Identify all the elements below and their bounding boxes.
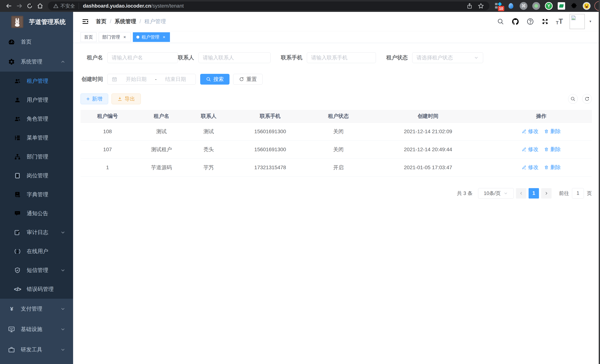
share-icon[interactable] bbox=[466, 3, 473, 9]
table-body: 108测试测试15601691300关闭2021-12-14 21:02:09修… bbox=[81, 122, 592, 177]
extension-command-icon[interactable]: ⌘ bbox=[519, 2, 528, 10]
tag-home[interactable]: 首页 bbox=[81, 32, 96, 42]
page-content: 租户名 联系人 联系手机 租户状态 请选择租户状态 bbox=[73, 43, 600, 364]
font-size-icon[interactable]: TT bbox=[556, 18, 563, 25]
help-icon[interactable] bbox=[526, 18, 534, 26]
sidebar-menu: 首页系统管理租户管理用户管理角色管理菜单管理部门管理岗位管理字典管理通知公告审计… bbox=[0, 32, 73, 360]
breadcrumb-home[interactable]: 首页 bbox=[96, 18, 106, 25]
users-icon bbox=[14, 77, 21, 85]
reset-button[interactable]: 重置 bbox=[233, 74, 262, 84]
online-icon bbox=[14, 248, 21, 255]
sidebar-item-7[interactable]: 岗位管理 bbox=[0, 166, 73, 185]
sidebar-item-8[interactable]: 字典管理 bbox=[0, 185, 73, 204]
tenant-name-input-wrap bbox=[107, 52, 178, 63]
sidebar-item-11[interactable]: 在线用户 bbox=[0, 242, 73, 261]
sidebar-item-label: 用户管理 bbox=[27, 96, 48, 104]
app-logo-row[interactable]: 芋道管理系统 bbox=[0, 12, 73, 32]
browser-back-button[interactable] bbox=[4, 1, 14, 11]
delete-link[interactable]: 删除 bbox=[544, 164, 561, 171]
show-search-toggle-button[interactable] bbox=[568, 94, 578, 104]
sidebar-item-1[interactable]: 系统管理 bbox=[0, 52, 73, 72]
users-icon bbox=[14, 115, 21, 123]
refresh-table-button[interactable] bbox=[582, 94, 592, 104]
avatar-caret-icon[interactable]: ▼ bbox=[589, 20, 592, 23]
start-date-placeholder: 开始日期 bbox=[120, 76, 152, 83]
header-search-icon[interactable] bbox=[497, 18, 505, 26]
next-page-button[interactable] bbox=[541, 188, 552, 198]
extension-tabs-icon[interactable]: 10 bbox=[494, 2, 502, 10]
sidebar-item-label: 审计日志 bbox=[27, 229, 48, 236]
goto-page-input[interactable] bbox=[572, 188, 584, 198]
page-size-select[interactable]: 10条/页 bbox=[478, 188, 514, 198]
sidebar-item-label: 部门管理 bbox=[27, 153, 48, 160]
search-button[interactable]: 搜索 bbox=[200, 74, 229, 84]
page-number-button[interactable]: 1 bbox=[529, 188, 539, 198]
add-button[interactable]: + 新增 bbox=[81, 93, 108, 104]
mobile-input[interactable] bbox=[311, 55, 372, 61]
sidebar-item-5[interactable]: 菜单管理 bbox=[0, 128, 73, 147]
chevron-up-icon bbox=[60, 59, 66, 65]
date-range-picker[interactable]: 开始日期 - 结束日期 bbox=[107, 74, 196, 84]
sidebar-item-label: 通知公告 bbox=[27, 210, 48, 217]
sidebar-item-0[interactable]: 首页 bbox=[0, 32, 73, 52]
sidebar-item-12[interactable]: 短信管理 bbox=[0, 261, 73, 280]
tag-close-icon[interactable]: × bbox=[162, 35, 166, 39]
sidebar-item-16[interactable]: 研发工具 bbox=[0, 339, 73, 360]
contact-input[interactable] bbox=[203, 55, 266, 61]
bookmark-star-icon[interactable] bbox=[478, 3, 484, 9]
delete-link[interactable]: 删除 bbox=[544, 146, 561, 153]
sidebar-item-4[interactable]: 角色管理 bbox=[0, 110, 73, 128]
app-logo bbox=[11, 16, 23, 28]
dashboard-icon bbox=[8, 38, 15, 46]
security-indicator[interactable]: 不安全 bbox=[53, 3, 79, 9]
trash-icon bbox=[544, 165, 549, 170]
sidebar-item-6[interactable]: 部门管理 bbox=[0, 147, 73, 166]
delete-link[interactable]: 删除 bbox=[544, 128, 561, 135]
breadcrumb-section[interactable]: 系统管理 bbox=[115, 18, 136, 25]
sidebar: 芋道管理系统 首页系统管理租户管理用户管理角色管理菜单管理部门管理岗位管理字典管… bbox=[0, 12, 73, 364]
browser-home-button[interactable] bbox=[35, 1, 45, 11]
sidebar-item-10[interactable]: 审计日志 bbox=[0, 223, 73, 242]
browser-reload-button[interactable] bbox=[25, 1, 35, 11]
cell-name: 芋道源码 bbox=[134, 159, 188, 177]
extension-y-icon[interactable]: Y bbox=[545, 2, 553, 10]
prev-page-button[interactable] bbox=[516, 188, 526, 198]
export-button[interactable]: 导出 bbox=[112, 93, 141, 104]
edit-link[interactable]: 修改 bbox=[522, 146, 538, 153]
tenant-name-input[interactable] bbox=[112, 55, 174, 61]
cell-created: 2021-01-05 17:03:47 bbox=[365, 159, 490, 177]
tag-close-icon[interactable]: × bbox=[122, 35, 127, 39]
tag-tenant[interactable]: 租户管理 × bbox=[133, 32, 170, 42]
sidebar-item-15[interactable]: 基础设施 bbox=[0, 319, 73, 339]
fullscreen-icon[interactable] bbox=[541, 18, 549, 26]
sidebar-toggle-icon[interactable] bbox=[81, 18, 89, 26]
status-select[interactable]: 请选择租户状态 bbox=[412, 52, 483, 63]
sidebar-item-14[interactable]: ¥支付管理 bbox=[0, 299, 73, 319]
extensions-puzzle-icon[interactable] bbox=[570, 2, 578, 10]
profile-avatar-icon[interactable] bbox=[582, 2, 591, 10]
column-header: 创建时间 bbox=[365, 110, 490, 122]
extension-balloon-icon[interactable] bbox=[507, 2, 515, 10]
browser-forward-button[interactable] bbox=[14, 1, 25, 11]
pen-icon bbox=[522, 129, 526, 134]
sidebar-item-label: 支付管理 bbox=[21, 305, 42, 313]
sidebar-item-9[interactable]: 通知公告 bbox=[0, 204, 73, 223]
cell-actions: 修改删除 bbox=[491, 122, 592, 140]
edit-link[interactable]: 修改 bbox=[522, 164, 538, 171]
cell-contact: 芋艿 bbox=[188, 159, 229, 177]
warning-icon bbox=[53, 3, 59, 9]
sidebar-item-13[interactable]: </>错误码管理 bbox=[0, 280, 73, 299]
github-icon[interactable] bbox=[511, 18, 519, 26]
sidebar-item-3[interactable]: 用户管理 bbox=[0, 91, 73, 110]
extension-chat-icon[interactable] bbox=[557, 2, 565, 10]
cell-status: 关闭 bbox=[311, 122, 366, 140]
sidebar-item-label: 在线用户 bbox=[27, 248, 48, 255]
user-avatar[interactable] bbox=[570, 14, 585, 29]
sidebar-item-2[interactable]: 租户管理 bbox=[0, 72, 73, 91]
window-edge bbox=[599, 0, 600, 364]
extension-record-icon[interactable] bbox=[532, 2, 540, 10]
tree-icon bbox=[14, 134, 21, 141]
tag-dept[interactable]: 部门管理 × bbox=[99, 32, 131, 42]
edit-link[interactable]: 修改 bbox=[522, 128, 538, 135]
address-bar[interactable]: 不安全 dashboard.yudao.iocoder.cn/system/te… bbox=[48, 1, 489, 10]
